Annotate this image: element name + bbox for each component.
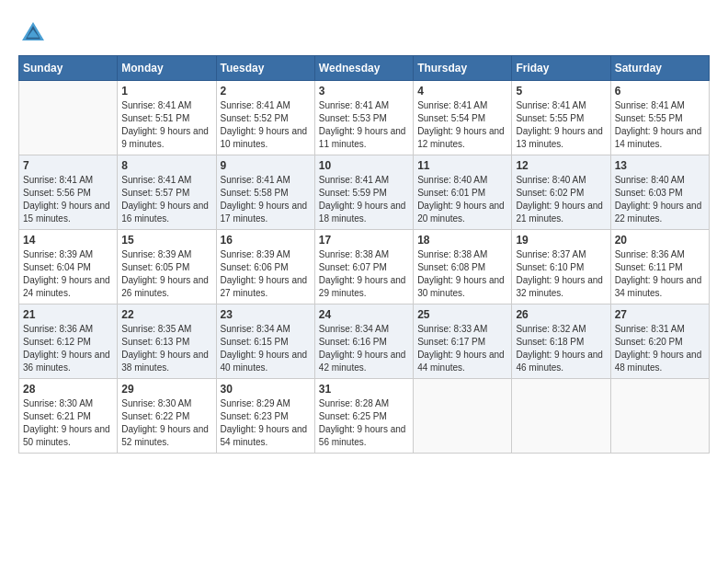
calendar-day-cell: 27Sunrise: 8:31 AMSunset: 6:20 PMDayligh… bbox=[610, 304, 709, 379]
day-number: 10 bbox=[319, 159, 409, 172]
day-number: 11 bbox=[417, 159, 507, 172]
calendar-day-cell: 18Sunrise: 8:38 AMSunset: 6:08 PMDayligh… bbox=[414, 230, 512, 304]
calendar-day-cell: 6Sunrise: 8:41 AMSunset: 5:55 PMDaylight… bbox=[610, 81, 709, 155]
day-number: 5 bbox=[516, 85, 606, 98]
day-number: 15 bbox=[121, 234, 211, 247]
calendar-day-cell: 20Sunrise: 8:36 AMSunset: 6:11 PMDayligh… bbox=[610, 230, 709, 304]
day-number: 30 bbox=[221, 383, 311, 396]
calendar-day-cell: 17Sunrise: 8:38 AMSunset: 6:07 PMDayligh… bbox=[314, 230, 413, 304]
calendar-day-cell: 23Sunrise: 8:34 AMSunset: 6:15 PMDayligh… bbox=[216, 304, 314, 379]
page-header bbox=[18, 18, 710, 48]
calendar-day-cell: 2Sunrise: 8:41 AMSunset: 5:52 PMDaylight… bbox=[216, 81, 314, 155]
calendar-week-row: 21Sunrise: 8:36 AMSunset: 6:12 PMDayligh… bbox=[19, 304, 710, 379]
day-info: Sunrise: 8:38 AMSunset: 6:07 PMDaylight:… bbox=[319, 248, 409, 300]
day-info: Sunrise: 8:30 AMSunset: 6:21 PMDaylight:… bbox=[23, 397, 113, 449]
day-info: Sunrise: 8:28 AMSunset: 6:25 PMDaylight:… bbox=[319, 397, 409, 449]
calendar-week-row: 7Sunrise: 8:41 AMSunset: 5:56 PMDaylight… bbox=[19, 155, 710, 230]
calendar-day-cell: 22Sunrise: 8:35 AMSunset: 6:13 PMDayligh… bbox=[118, 304, 216, 379]
day-info: Sunrise: 8:41 AMSunset: 5:56 PMDaylight:… bbox=[23, 174, 113, 225]
day-number: 24 bbox=[319, 308, 409, 321]
calendar-header-row: SundayMondayTuesdayWednesdayThursdayFrid… bbox=[19, 56, 710, 81]
day-number: 9 bbox=[221, 159, 311, 172]
day-number: 12 bbox=[516, 159, 606, 172]
calendar-day-cell: 5Sunrise: 8:41 AMSunset: 5:55 PMDaylight… bbox=[512, 81, 610, 155]
calendar-day-cell: 10Sunrise: 8:41 AMSunset: 5:59 PMDayligh… bbox=[314, 155, 413, 230]
calendar-day-cell bbox=[19, 81, 118, 155]
calendar-day-cell: 26Sunrise: 8:32 AMSunset: 6:18 PMDayligh… bbox=[512, 304, 610, 379]
day-info: Sunrise: 8:34 AMSunset: 6:16 PMDaylight:… bbox=[319, 323, 409, 374]
day-number: 13 bbox=[615, 159, 705, 172]
day-number: 2 bbox=[221, 85, 311, 98]
day-info: Sunrise: 8:36 AMSunset: 6:11 PMDaylight:… bbox=[615, 248, 705, 300]
day-info: Sunrise: 8:37 AMSunset: 6:10 PMDaylight:… bbox=[516, 248, 606, 300]
calendar-day-cell: 28Sunrise: 8:30 AMSunset: 6:21 PMDayligh… bbox=[19, 379, 118, 454]
day-info: Sunrise: 8:32 AMSunset: 6:18 PMDaylight:… bbox=[516, 323, 606, 374]
day-info: Sunrise: 8:41 AMSunset: 5:51 PMDaylight:… bbox=[121, 99, 211, 151]
day-info: Sunrise: 8:41 AMSunset: 5:57 PMDaylight:… bbox=[121, 174, 211, 225]
day-number: 27 bbox=[615, 308, 705, 321]
calendar-day-cell: 24Sunrise: 8:34 AMSunset: 6:16 PMDayligh… bbox=[314, 304, 413, 379]
day-number: 6 bbox=[615, 85, 705, 98]
day-number: 19 bbox=[516, 234, 606, 247]
logo bbox=[18, 18, 51, 48]
calendar-day-cell bbox=[414, 379, 512, 454]
day-info: Sunrise: 8:31 AMSunset: 6:20 PMDaylight:… bbox=[615, 323, 705, 374]
day-number: 7 bbox=[23, 159, 113, 172]
calendar-day-header: Monday bbox=[118, 56, 216, 81]
calendar-day-cell: 3Sunrise: 8:41 AMSunset: 5:53 PMDaylight… bbox=[314, 81, 413, 155]
calendar-day-cell: 16Sunrise: 8:39 AMSunset: 6:06 PMDayligh… bbox=[216, 230, 314, 304]
day-number: 3 bbox=[319, 85, 409, 98]
calendar-day-cell: 19Sunrise: 8:37 AMSunset: 6:10 PMDayligh… bbox=[512, 230, 610, 304]
day-number: 23 bbox=[221, 308, 311, 321]
day-number: 20 bbox=[615, 234, 705, 247]
calendar-week-row: 1Sunrise: 8:41 AMSunset: 5:51 PMDaylight… bbox=[19, 81, 710, 155]
day-number: 28 bbox=[23, 383, 113, 396]
day-info: Sunrise: 8:30 AMSunset: 6:22 PMDaylight:… bbox=[121, 397, 211, 449]
day-info: Sunrise: 8:41 AMSunset: 5:54 PMDaylight:… bbox=[417, 99, 507, 151]
calendar-day-cell: 25Sunrise: 8:33 AMSunset: 6:17 PMDayligh… bbox=[414, 304, 512, 379]
calendar-day-header: Thursday bbox=[414, 56, 512, 81]
day-number: 29 bbox=[121, 383, 211, 396]
calendar-day-cell: 31Sunrise: 8:28 AMSunset: 6:25 PMDayligh… bbox=[314, 379, 413, 454]
calendar-day-header: Saturday bbox=[610, 56, 709, 81]
calendar-day-cell: 21Sunrise: 8:36 AMSunset: 6:12 PMDayligh… bbox=[19, 304, 118, 379]
calendar-week-row: 14Sunrise: 8:39 AMSunset: 6:04 PMDayligh… bbox=[19, 230, 710, 304]
day-info: Sunrise: 8:40 AMSunset: 6:01 PMDaylight:… bbox=[417, 174, 507, 225]
day-number: 18 bbox=[417, 234, 507, 247]
day-info: Sunrise: 8:41 AMSunset: 5:59 PMDaylight:… bbox=[319, 174, 409, 225]
day-number: 1 bbox=[121, 85, 211, 98]
calendar-day-header: Wednesday bbox=[314, 56, 413, 81]
day-number: 14 bbox=[23, 234, 113, 247]
day-info: Sunrise: 8:41 AMSunset: 5:55 PMDaylight:… bbox=[516, 99, 606, 151]
day-number: 31 bbox=[319, 383, 409, 396]
day-info: Sunrise: 8:29 AMSunset: 6:23 PMDaylight:… bbox=[221, 397, 311, 449]
day-info: Sunrise: 8:38 AMSunset: 6:08 PMDaylight:… bbox=[417, 248, 507, 300]
calendar-day-cell: 12Sunrise: 8:40 AMSunset: 6:02 PMDayligh… bbox=[512, 155, 610, 230]
calendar-day-cell: 15Sunrise: 8:39 AMSunset: 6:05 PMDayligh… bbox=[118, 230, 216, 304]
calendar-day-cell: 7Sunrise: 8:41 AMSunset: 5:56 PMDaylight… bbox=[19, 155, 118, 230]
calendar-day-cell: 29Sunrise: 8:30 AMSunset: 6:22 PMDayligh… bbox=[118, 379, 216, 454]
calendar: SundayMondayTuesdayWednesdayThursdayFrid… bbox=[18, 55, 710, 454]
calendar-day-cell: 9Sunrise: 8:41 AMSunset: 5:58 PMDaylight… bbox=[216, 155, 314, 230]
day-number: 16 bbox=[221, 234, 311, 247]
day-info: Sunrise: 8:39 AMSunset: 6:06 PMDaylight:… bbox=[221, 248, 311, 300]
day-number: 21 bbox=[23, 308, 113, 321]
calendar-day-cell: 11Sunrise: 8:40 AMSunset: 6:01 PMDayligh… bbox=[414, 155, 512, 230]
day-number: 26 bbox=[516, 308, 606, 321]
calendar-day-cell bbox=[512, 379, 610, 454]
day-info: Sunrise: 8:34 AMSunset: 6:15 PMDaylight:… bbox=[221, 323, 311, 374]
logo-icon bbox=[18, 18, 48, 48]
day-number: 4 bbox=[417, 85, 507, 98]
day-info: Sunrise: 8:33 AMSunset: 6:17 PMDaylight:… bbox=[417, 323, 507, 374]
day-info: Sunrise: 8:39 AMSunset: 6:05 PMDaylight:… bbox=[121, 248, 211, 300]
day-info: Sunrise: 8:41 AMSunset: 5:55 PMDaylight:… bbox=[615, 99, 705, 151]
day-info: Sunrise: 8:35 AMSunset: 6:13 PMDaylight:… bbox=[121, 323, 211, 374]
calendar-day-cell: 4Sunrise: 8:41 AMSunset: 5:54 PMDaylight… bbox=[414, 81, 512, 155]
calendar-day-cell: 14Sunrise: 8:39 AMSunset: 6:04 PMDayligh… bbox=[19, 230, 118, 304]
day-number: 8 bbox=[121, 159, 211, 172]
calendar-week-row: 28Sunrise: 8:30 AMSunset: 6:21 PMDayligh… bbox=[19, 379, 710, 454]
day-info: Sunrise: 8:41 AMSunset: 5:58 PMDaylight:… bbox=[221, 174, 311, 225]
calendar-day-cell: 8Sunrise: 8:41 AMSunset: 5:57 PMDaylight… bbox=[118, 155, 216, 230]
calendar-day-cell: 30Sunrise: 8:29 AMSunset: 6:23 PMDayligh… bbox=[216, 379, 314, 454]
day-info: Sunrise: 8:39 AMSunset: 6:04 PMDaylight:… bbox=[23, 248, 113, 300]
